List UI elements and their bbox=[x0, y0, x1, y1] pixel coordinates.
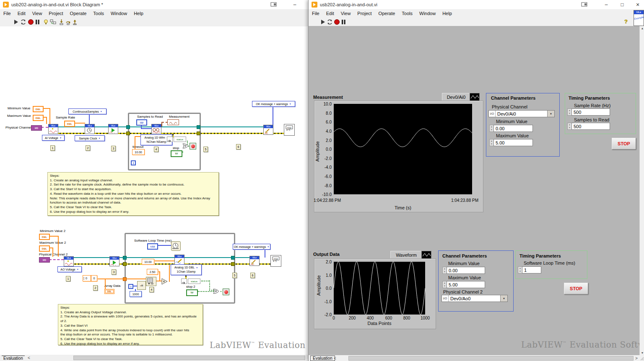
menu-item-edit[interactable]: Edit bbox=[323, 11, 338, 16]
polymorphic-selector-2[interactable]: Analog 1D DBL▼ 1Chan 1Samp bbox=[171, 264, 202, 275]
count-constant[interactable]: 1000 bbox=[130, 291, 142, 297]
array-element-box[interactable]: 0 bbox=[91, 275, 97, 281]
step-out-icon[interactable] bbox=[72, 19, 78, 25]
iteration-terminal[interactable]: i bbox=[131, 160, 136, 165]
menu-item-tools[interactable]: Tools bbox=[398, 11, 416, 16]
step-into-icon[interactable] bbox=[58, 19, 65, 25]
scroll-down-icon[interactable]: ▼ bbox=[640, 351, 644, 354]
menu-item-edit[interactable]: Edit bbox=[14, 11, 29, 16]
max-value-field[interactable]: 5.00 bbox=[493, 139, 533, 146]
dbl-terminal[interactable]: DBL bbox=[64, 121, 75, 127]
sample-mode-enum[interactable]: ContinuousSamples▼ bbox=[68, 108, 106, 114]
stop-button-2[interactable]: STOP bbox=[564, 283, 588, 294]
maximize-button[interactable]: □ bbox=[616, 0, 628, 9]
horizontal-scrollbar[interactable] bbox=[348, 356, 634, 361]
help-icon[interactable]: ? bbox=[624, 18, 628, 25]
menu-item-file[interactable]: File bbox=[309, 11, 323, 16]
samples-to-read-field[interactable]: 500 bbox=[571, 123, 610, 130]
message-type-enum-2[interactable]: OK message + warnings▼ bbox=[233, 244, 270, 250]
stop2-boolean-terminal[interactable]: TF bbox=[186, 289, 198, 296]
run-icon[interactable] bbox=[13, 19, 19, 25]
message-type-enum[interactable]: OK message + warnings▼ bbox=[252, 101, 295, 107]
evaluation-tab[interactable]: Evaluation bbox=[310, 356, 335, 361]
error-handler-node[interactable]: error ?! bbox=[284, 124, 295, 136]
evaluation-tab[interactable]: Evaluation bbox=[2, 356, 25, 361]
index-array-node[interactable] bbox=[146, 277, 156, 286]
pause-icon[interactable] bbox=[340, 19, 347, 25]
rate-constant[interactable]: 10.00 bbox=[142, 259, 154, 265]
io-terminal[interactable]: I/O bbox=[39, 257, 50, 263]
dbl-terminal[interactable]: DBL bbox=[33, 106, 44, 112]
physical-channel-2-combo[interactable]: I/O Dev0/Ao0 ▼ bbox=[441, 295, 508, 302]
stop-button-1[interactable]: STOP bbox=[612, 138, 636, 150]
run-continuous-icon[interactable] bbox=[20, 19, 26, 25]
error-handler-node-2[interactable]: error ?! bbox=[270, 255, 281, 267]
block-diagram-canvas[interactable]: Minimum Value DBL Maximum Value DBL Samp… bbox=[0, 26, 308, 355]
dbl-terminal[interactable]: DBL bbox=[39, 234, 50, 240]
horizontal-scrollbar[interactable] bbox=[73, 356, 305, 360]
taskbar-pin-icon[interactable] bbox=[270, 2, 277, 7]
vi-connector-icon[interactable]: ULx Example bbox=[634, 10, 644, 26]
menu-item-help[interactable]: Help bbox=[439, 11, 455, 16]
ao-voltage-enum[interactable]: AO Voltage▼ bbox=[57, 266, 82, 272]
scroll-left-icon[interactable]: < bbox=[28, 356, 30, 360]
dbl-terminal[interactable]: DBL bbox=[33, 115, 44, 121]
ai-voltage-enum[interactable]: AI Voltage▼ bbox=[42, 135, 65, 141]
waveform-indicator-terminal[interactable] bbox=[167, 119, 179, 125]
min-value-2-field[interactable]: 0.00 bbox=[447, 267, 485, 274]
array-index-box[interactable]: ▲▼0 bbox=[83, 275, 91, 281]
stop-boolean-terminal[interactable]: TF bbox=[171, 150, 182, 157]
sample-clock-node[interactable]: ULx bbox=[85, 124, 95, 134]
output-legend-plot-icon[interactable] bbox=[421, 251, 431, 259]
close-button[interactable]: × bbox=[631, 0, 644, 9]
create-ai-channel-node[interactable]: ULx bbox=[48, 124, 58, 134]
read-node[interactable]: ULx bbox=[151, 124, 161, 134]
start-task-node-2[interactable]: ULx bbox=[109, 256, 119, 266]
or-gate-icon-2[interactable] bbox=[213, 289, 220, 294]
sample-clock-enum[interactable]: Sample Clock▼ bbox=[75, 135, 105, 141]
scroll-right-icon[interactable]: > bbox=[635, 356, 638, 361]
multiply-node-icon[interactable] bbox=[161, 278, 168, 285]
sample-rate-field[interactable]: 500 bbox=[571, 108, 610, 116]
step-over-icon[interactable] bbox=[65, 19, 71, 25]
retain-wire-values-icon[interactable] bbox=[50, 19, 56, 25]
abort-icon[interactable] bbox=[334, 19, 340, 25]
run-icon[interactable] bbox=[320, 19, 326, 25]
clear-task-node[interactable]: ULx bbox=[263, 125, 273, 135]
pause-icon[interactable] bbox=[34, 19, 41, 25]
write-node[interactable]: ULx bbox=[174, 255, 184, 265]
dbl-terminal[interactable]: DBL bbox=[39, 245, 50, 252]
menu-item-tools[interactable]: Tools bbox=[90, 11, 107, 16]
or-gate-icon[interactable] bbox=[182, 143, 189, 149]
io-terminal[interactable]: I/O bbox=[31, 125, 42, 131]
scroll-left-icon[interactable]: < bbox=[334, 356, 336, 361]
loop-time-field[interactable]: 1 bbox=[522, 266, 541, 273]
min-value-field[interactable]: 0.00 bbox=[493, 125, 533, 132]
combo-dropdown-icon[interactable]: ▼ bbox=[500, 295, 507, 302]
highlight-execution-icon[interactable] bbox=[43, 19, 49, 25]
vertical-scrollbar[interactable]: ▲ ▼ bbox=[639, 26, 644, 355]
menu-item-window[interactable]: Window bbox=[416, 11, 439, 16]
menu-item-project[interactable]: Project bbox=[354, 11, 375, 16]
physical-channel-combo[interactable]: I/O Dev0/Ai0 ▼ bbox=[488, 110, 555, 117]
menu-item-file[interactable]: File bbox=[0, 11, 14, 16]
output-plot[interactable] bbox=[334, 262, 425, 315]
taskbar-pin-icon[interactable] bbox=[581, 2, 587, 7]
create-ao-channel-node[interactable]: ULx bbox=[64, 256, 74, 266]
iteration-terminal-2[interactable]: i bbox=[128, 284, 133, 289]
i32-terminal[interactable]: I32 bbox=[136, 119, 147, 126]
unbundle-node[interactable] bbox=[167, 137, 173, 142]
menu-item-project[interactable]: Project bbox=[45, 11, 66, 16]
minimize-button[interactable]: – bbox=[600, 0, 613, 9]
quotient-remainder-node[interactable]: ÷R bbox=[137, 281, 146, 290]
resize-grip-icon[interactable] bbox=[640, 357, 644, 361]
measurement-legend[interactable]: Dev0/Ai0 bbox=[442, 93, 470, 101]
amplitude-constant[interactable]: 2.50 bbox=[147, 269, 158, 275]
menu-item-view[interactable]: View bbox=[338, 11, 354, 16]
right-titlebar[interactable]: usb202-analog-in-and-out.vi – □ × bbox=[309, 0, 644, 9]
scroll-up-icon[interactable]: ▲ bbox=[640, 27, 644, 30]
loop-condition-terminal[interactable] bbox=[190, 143, 196, 150]
menu-item-view[interactable]: View bbox=[29, 11, 46, 16]
u32-terminal[interactable]: U32 bbox=[147, 243, 158, 250]
measurement-plot[interactable] bbox=[334, 104, 472, 194]
